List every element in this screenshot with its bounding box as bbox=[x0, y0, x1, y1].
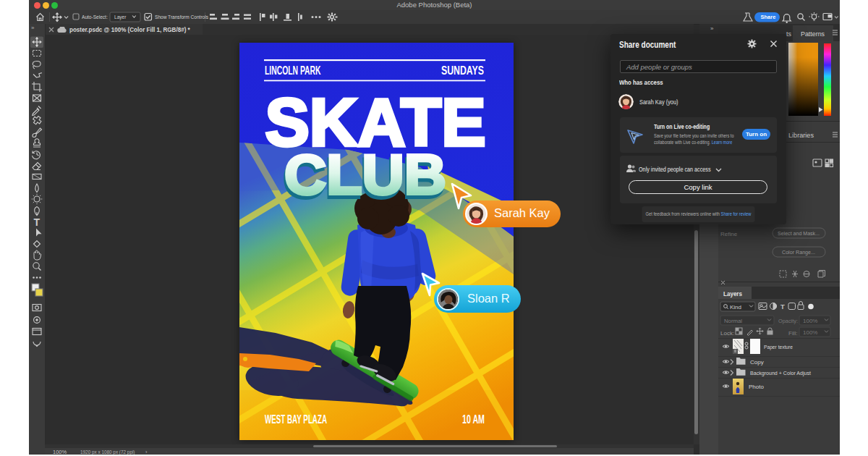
svg-text:Refine: Refine bbox=[720, 231, 738, 237]
svg-text:T: T bbox=[34, 216, 41, 228]
svg-text:LINCOLN PARK: LINCOLN PARK bbox=[265, 64, 321, 77]
svg-text:Normal: Normal bbox=[724, 318, 742, 324]
svg-text:ts: ts bbox=[786, 30, 792, 38]
svg-text:Select and Mask...: Select and Mask... bbox=[778, 230, 820, 237]
svg-text:Background + Color Adjust: Background + Color Adjust bbox=[750, 370, 812, 376]
svg-text:CLUB: CLUB bbox=[284, 143, 446, 206]
svg-text:SUNDAYS: SUNDAYS bbox=[441, 64, 484, 77]
svg-text:Patterns: Patterns bbox=[801, 30, 825, 38]
svg-text:WEST BAY PLAZA: WEST BAY PLAZA bbox=[265, 413, 327, 426]
svg-text:Kind: Kind bbox=[730, 304, 741, 311]
svg-text:Fill:: Fill: bbox=[788, 330, 797, 337]
svg-text:Libraries: Libraries bbox=[788, 132, 814, 139]
svg-text:Paper texture: Paper texture bbox=[764, 344, 793, 350]
svg-text:Color Range...: Color Range... bbox=[782, 249, 815, 256]
svg-text:100%: 100% bbox=[803, 329, 817, 336]
svg-text:T: T bbox=[780, 303, 785, 311]
svg-text:Photo: Photo bbox=[749, 384, 764, 390]
svg-text:Opacity:: Opacity: bbox=[778, 318, 798, 324]
svg-text:Layers: Layers bbox=[723, 290, 742, 297]
svg-text:10 AM: 10 AM bbox=[462, 413, 485, 426]
svg-text:Lock:: Lock: bbox=[720, 330, 734, 337]
svg-text:100%: 100% bbox=[803, 318, 817, 324]
svg-text:Copy: Copy bbox=[750, 359, 764, 366]
